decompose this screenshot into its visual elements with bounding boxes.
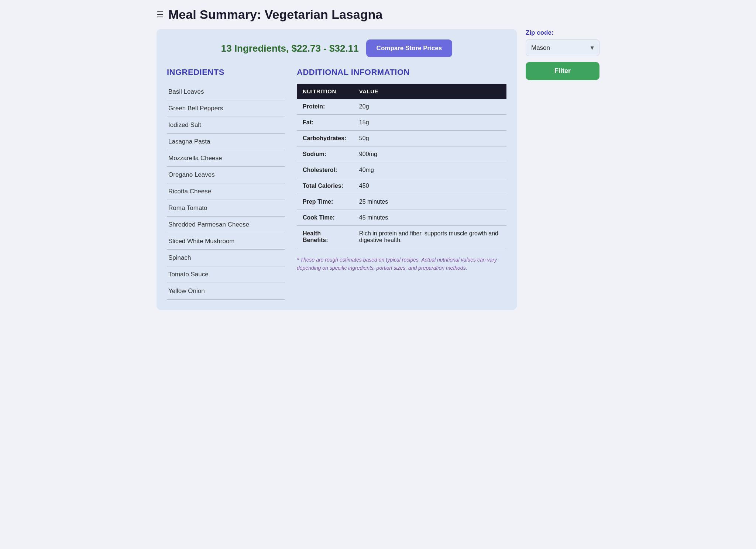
nutrition-label: Prep Time:	[297, 194, 353, 210]
zip-select-wrapper: MasonColumbusCincinnatiClevelandDayton ▼	[526, 39, 599, 56]
nutrition-value: 450	[353, 178, 506, 194]
table-row: Protein:20g	[297, 99, 506, 115]
two-column-layout: INGREDIENTS Basil LeavesGreen Bell Peppe…	[167, 68, 506, 300]
nutrition-label: Carbohydrates:	[297, 131, 353, 146]
page-title: Meal Summary: Vegetarian Lasagna	[168, 7, 382, 22]
nutrition-value: 900mg	[353, 146, 506, 162]
table-row: Cholesterol:40mg	[297, 162, 506, 178]
additional-title: ADDITIONAL INFORMATION	[297, 68, 506, 77]
nutrition-value: Rich in protein and fiber, supports musc…	[353, 226, 506, 248]
list-item: Sliced White Mushroom	[167, 233, 285, 250]
list-item: Basil Leaves	[167, 84, 285, 100]
list-item: Mozzarella Cheese	[167, 150, 285, 167]
zip-label: Zip code:	[526, 29, 599, 37]
nutrition-label: Total Calories:	[297, 178, 353, 194]
nutrition-col-header: NUITRITION	[297, 84, 353, 99]
list-item: Roma Tomato	[167, 200, 285, 217]
list-item: Green Bell Peppers	[167, 100, 285, 117]
nutrition-value: 25 minutes	[353, 194, 506, 210]
nutrition-value: 40mg	[353, 162, 506, 178]
compare-store-prices-button[interactable]: Compare Store Prices	[366, 39, 453, 57]
table-row: Prep Time:25 minutes	[297, 194, 506, 210]
nutrition-label: Health Benefits:	[297, 226, 353, 248]
list-item: Spinach	[167, 250, 285, 266]
sidebar: Zip code: MasonColumbusCincinnatiClevela…	[526, 29, 599, 80]
list-item: Iodized Salt	[167, 117, 285, 134]
list-item: Shredded Parmesan Cheese	[167, 217, 285, 233]
table-row: Sodium:900mg	[297, 146, 506, 162]
zip-select[interactable]: MasonColumbusCincinnatiClevelandDayton	[526, 39, 599, 56]
list-item: Ricotta Cheese	[167, 183, 285, 200]
page-header: ☰ Meal Summary: Vegetarian Lasagna	[157, 7, 599, 22]
value-col-header: VALUE	[353, 84, 506, 99]
list-item: Lasagna Pasta	[167, 134, 285, 150]
ingredients-column: INGREDIENTS Basil LeavesGreen Bell Peppe…	[167, 68, 285, 300]
table-row: Cook Time:45 minutes	[297, 210, 506, 226]
table-row: Carbohydrates:50g	[297, 131, 506, 146]
nutrition-value: 15g	[353, 115, 506, 131]
summary-bar: 13 Ingredients, $22.73 - $32.11 Compare …	[167, 39, 506, 57]
table-row: Total Calories:450	[297, 178, 506, 194]
additional-column: ADDITIONAL INFORMATION NUITRITION VALUE …	[297, 68, 506, 300]
nutrition-label: Cholesterol:	[297, 162, 353, 178]
nutrition-value: 50g	[353, 131, 506, 146]
page-container: ☰ Meal Summary: Vegetarian Lasagna 13 In…	[157, 7, 599, 310]
main-content: 13 Ingredients, $22.73 - $32.11 Compare …	[157, 29, 517, 310]
list-item: Oregano Leaves	[167, 167, 285, 183]
nutrition-value: 45 minutes	[353, 210, 506, 226]
hamburger-icon[interactable]: ☰	[157, 10, 164, 20]
nutrition-label: Fat:	[297, 115, 353, 131]
nutrition-label: Sodium:	[297, 146, 353, 162]
nutrition-label: Cook Time:	[297, 210, 353, 226]
table-row: Health Benefits:Rich in protein and fibe…	[297, 226, 506, 248]
ingredients-title: INGREDIENTS	[167, 68, 285, 77]
filter-button[interactable]: Filter	[526, 62, 599, 80]
list-item: Tomato Sauce	[167, 266, 285, 283]
nutrition-value: 20g	[353, 99, 506, 115]
ingredient-list: Basil LeavesGreen Bell PeppersIodized Sa…	[167, 84, 285, 300]
main-layout: 13 Ingredients, $22.73 - $32.11 Compare …	[157, 29, 599, 310]
nutrition-table: NUITRITION VALUE Protein:20gFat:15gCarbo…	[297, 84, 506, 248]
disclaimer-text: * These are rough estimates based on typ…	[297, 256, 506, 272]
table-row: Fat:15g	[297, 115, 506, 131]
list-item: Yellow Onion	[167, 283, 285, 300]
summary-text: 13 Ingredients, $22.73 - $32.11	[221, 43, 359, 54]
nutrition-label: Protein:	[297, 99, 353, 115]
